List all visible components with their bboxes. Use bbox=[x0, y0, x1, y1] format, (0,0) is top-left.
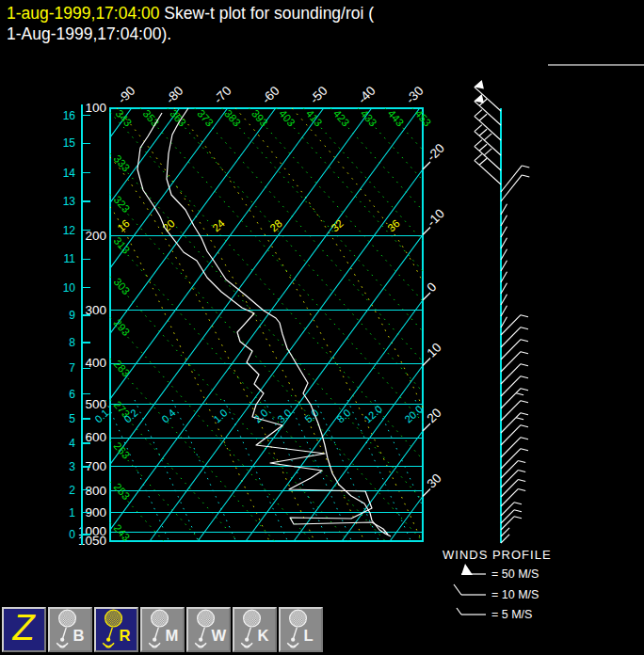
legend-label: = 50 M/S bbox=[491, 567, 539, 581]
wind-barb-shaft bbox=[501, 315, 521, 335]
isotherm-right-tick bbox=[423, 423, 430, 431]
height-label: 6 bbox=[69, 388, 75, 401]
toolbar-button-z[interactable]: Z bbox=[2, 607, 46, 652]
title-text: Skew-t plot for sounding/roi ( bbox=[160, 4, 375, 23]
wind-barb-tick bbox=[518, 471, 525, 472]
isotherm-right-tick bbox=[423, 359, 430, 366]
wind-barb-shaft bbox=[501, 204, 507, 215]
toolbar-button-k[interactable]: K bbox=[233, 607, 277, 652]
wind-barb-shaft bbox=[501, 328, 521, 347]
wind-barb-tick bbox=[521, 413, 528, 415]
legend-full-barb-icon bbox=[454, 584, 461, 595]
title-timestamp: 1-aug-1999,17:04:00 bbox=[7, 4, 160, 23]
height-label: 8 bbox=[69, 336, 75, 349]
wind-barb-tick bbox=[521, 425, 528, 427]
dry-adiabat-line bbox=[110, 235, 385, 541]
wind-barb-tick bbox=[484, 149, 491, 155]
dry-adiabat-left-label: 333 bbox=[112, 152, 133, 173]
plot-frame bbox=[110, 108, 423, 541]
isotherm-right-tick bbox=[423, 228, 430, 235]
isotherm-right-tick bbox=[423, 489, 430, 497]
wind-barb-shaft bbox=[501, 306, 507, 316]
wind-barb-shaft bbox=[475, 161, 501, 184]
height-label: 7 bbox=[69, 361, 75, 375]
wind-barb-shaft bbox=[501, 317, 507, 328]
wind-barb-tick bbox=[521, 315, 528, 317]
wind-barb-tick bbox=[518, 461, 525, 463]
dry-adiabat-left-label: 283 bbox=[112, 358, 133, 378]
wind-barb-shaft bbox=[501, 352, 521, 372]
toolbar-button-b[interactable]: B bbox=[48, 607, 92, 652]
wind-barb-tick bbox=[521, 449, 528, 451]
wind-barb-shaft bbox=[501, 238, 507, 248]
wind-barb-tick bbox=[521, 401, 528, 403]
wind-barb-shaft bbox=[501, 517, 514, 530]
wind-barb-tick bbox=[521, 438, 528, 439]
dewpoint-trace bbox=[137, 113, 388, 535]
dry-adiabat-top-label: 403 bbox=[277, 107, 298, 128]
wind-barb-tick bbox=[514, 517, 522, 519]
wind-barb-tick bbox=[475, 125, 482, 132]
isotherm-right-tick bbox=[423, 162, 430, 169]
svg-text:M: M bbox=[165, 627, 178, 645]
moist-adiabat-label: 16 bbox=[115, 217, 132, 233]
pressure-label: 100 bbox=[85, 101, 106, 115]
isotherm-line bbox=[246, 300, 423, 541]
dry-adiabat-line bbox=[110, 195, 423, 541]
dry-adiabat-top-label: 453 bbox=[412, 107, 433, 128]
isotherm-top-label: -70 bbox=[211, 84, 233, 106]
wind-barb-shaft bbox=[501, 510, 514, 523]
dry-adiabat-top-label: 443 bbox=[386, 107, 407, 128]
height-label: 15 bbox=[63, 136, 76, 150]
dry-adiabat-top-label: 373 bbox=[195, 107, 216, 128]
height-label: 10 bbox=[63, 281, 76, 295]
toolbar-button-w[interactable]: W bbox=[186, 607, 231, 652]
isotherm-right-label: -20 bbox=[425, 141, 447, 164]
height-label: 2 bbox=[69, 484, 75, 497]
moist-adiabat-label: 36 bbox=[385, 217, 402, 233]
moist-adiabat-line bbox=[174, 108, 422, 541]
wind-barb-tick bbox=[521, 352, 528, 354]
toolbar-button-m[interactable]: M bbox=[140, 607, 185, 652]
wind-barb-shaft bbox=[501, 461, 518, 478]
height-label: 3 bbox=[69, 460, 75, 473]
toolbar-button-r[interactable]: R bbox=[94, 607, 138, 652]
balloon-icon: B bbox=[50, 609, 90, 650]
dry-adiabat-left-label: 243 bbox=[112, 522, 133, 543]
wind-barb-shaft bbox=[501, 364, 521, 384]
zoom-z-icon: Z bbox=[4, 609, 44, 650]
dry-adiabat-top-label: 393 bbox=[250, 107, 270, 128]
wind-barb-shaft bbox=[501, 216, 507, 226]
wind-barb-shaft bbox=[501, 249, 507, 260]
mixing-ratio-label: 0.4 bbox=[159, 407, 177, 424]
legend-flag-icon bbox=[461, 564, 473, 575]
moist-adiabat-label: 32 bbox=[329, 217, 346, 233]
isotherm-right-label: 10 bbox=[425, 340, 444, 359]
wind-barb-tick bbox=[479, 114, 487, 120]
wind-barb-tick bbox=[522, 175, 529, 177]
isotherm-top-label: -30 bbox=[403, 84, 426, 106]
wind-barb-tick bbox=[514, 510, 522, 512]
toolbar-button-l[interactable]: L bbox=[279, 607, 323, 652]
dry-adiabat-left-label: 313 bbox=[112, 235, 133, 256]
height-label: 5 bbox=[69, 412, 75, 425]
height-label: 0 bbox=[69, 528, 75, 541]
wind-barb-shaft bbox=[475, 147, 501, 170]
isotherm-right-label: 30 bbox=[425, 471, 444, 490]
wind-barb-tick bbox=[521, 389, 528, 391]
pressure-label: 700 bbox=[85, 459, 106, 473]
dry-adiabat-line bbox=[168, 108, 423, 391]
isotherm-right-label: -10 bbox=[425, 206, 447, 229]
balloon-icon: L bbox=[281, 609, 321, 650]
mixing-ratio-label: 8.0 bbox=[334, 407, 352, 424]
height-label: 9 bbox=[69, 309, 75, 322]
dry-adiabat-top-label: 423 bbox=[331, 107, 352, 128]
wind-barb-tick bbox=[479, 158, 487, 165]
dry-adiabat-top-label: 353 bbox=[140, 107, 161, 128]
mixing-ratio-label: 20.0 bbox=[402, 403, 425, 424]
moist-adiabat-label: 24 bbox=[210, 217, 227, 234]
window-title: 1-aug-1999,17:04:00 Skew-t plot for soun… bbox=[7, 3, 374, 44]
wind-barb-tick bbox=[475, 140, 482, 147]
wind-barb-tick bbox=[475, 110, 482, 117]
dry-adiabat-line bbox=[195, 108, 423, 361]
